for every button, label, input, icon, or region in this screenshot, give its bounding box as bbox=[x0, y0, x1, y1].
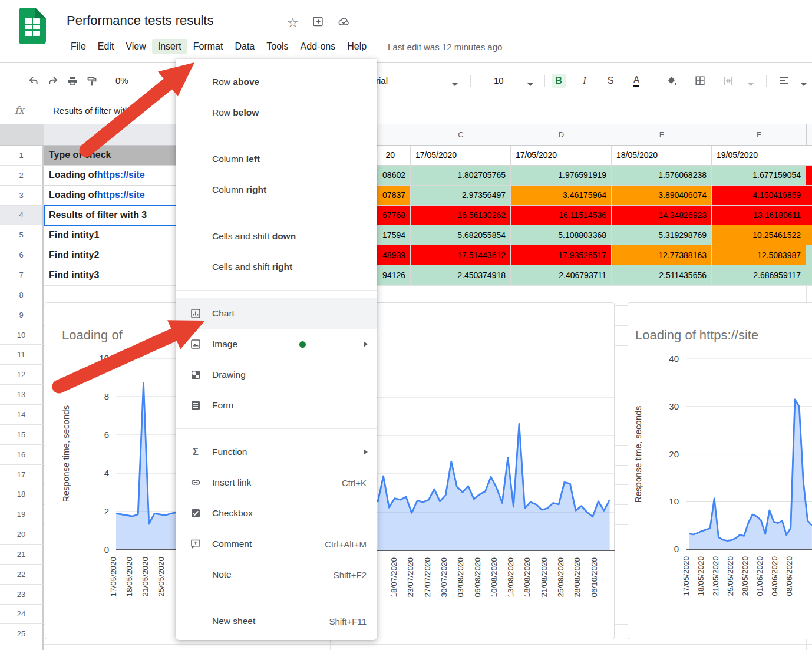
insert-menu-item-comment[interactable]: CommentCtrl+Alt+M bbox=[176, 529, 377, 559]
cell-G4[interactable] bbox=[806, 206, 812, 226]
merge-cells-caret-icon[interactable] bbox=[744, 77, 758, 91]
insert-menu-item-new-sheet[interactable]: New sheetShift+F11 bbox=[176, 606, 377, 636]
row-header-17[interactable]: 17 bbox=[0, 465, 44, 485]
cell-F5[interactable]: 10.25461522 bbox=[712, 225, 806, 245]
cell-D5[interactable]: 5.108803368 bbox=[511, 225, 612, 245]
row-header-24[interactable]: 24 bbox=[0, 605, 44, 625]
row-header-6[interactable]: 6 bbox=[0, 245, 44, 265]
row-header-7[interactable]: 7 bbox=[0, 265, 44, 285]
menubar-item-addons[interactable]: Add-ons bbox=[295, 39, 342, 54]
cell-D1[interactable]: 17/05/2020 bbox=[511, 146, 612, 166]
row-header-13[interactable]: 13 bbox=[0, 385, 44, 405]
font-family-caret-icon[interactable] bbox=[448, 77, 462, 91]
bold-button[interactable]: B bbox=[552, 74, 566, 88]
text-color-button[interactable]: A bbox=[629, 74, 643, 88]
cell-D3[interactable]: 3.46175964 bbox=[511, 186, 612, 206]
undo-button[interactable] bbox=[27, 74, 41, 88]
formula-bar-value[interactable]: Results of filter with 3 bbox=[53, 105, 137, 116]
row-header-20[interactable]: 20 bbox=[0, 524, 44, 545]
cloud-status-icon[interactable] bbox=[337, 15, 351, 30]
row-header-26[interactable] bbox=[0, 644, 44, 650]
column-header-C[interactable]: C bbox=[411, 124, 511, 145]
insert-menu-item-drawing[interactable]: Drawing bbox=[176, 359, 377, 390]
row-header-18[interactable]: 18 bbox=[0, 484, 44, 504]
insert-menu-item-note[interactable]: NoteShift+F2 bbox=[176, 559, 377, 590]
cell-F3[interactable]: 4.150416859 bbox=[712, 186, 806, 206]
column-header-E[interactable]: E bbox=[612, 124, 712, 145]
cell-F1[interactable]: 19/05/2020 bbox=[712, 146, 806, 166]
cell-C4[interactable]: 16.56130262 bbox=[411, 206, 511, 226]
select-all-corner[interactable] bbox=[0, 124, 44, 145]
row-header-19[interactable]: 19 bbox=[0, 504, 44, 524]
chart-3[interactable]: 01020304017/05/202018/05/202021/05/20202… bbox=[628, 302, 812, 639]
cell-D2[interactable]: 1.976591919 bbox=[511, 166, 612, 186]
insert-menu-item-row-below[interactable]: Row below bbox=[176, 97, 377, 128]
row-header-11[interactable]: 11 bbox=[0, 345, 44, 365]
cell-G5[interactable] bbox=[806, 225, 812, 245]
cell-F6[interactable]: 12.5083987 bbox=[712, 245, 806, 265]
cell-F2[interactable]: 1.677159054 bbox=[712, 166, 806, 186]
cell-E1[interactable]: 18/05/2020 bbox=[612, 146, 712, 166]
insert-menu-item-image[interactable]: Image bbox=[176, 329, 377, 359]
row-header-8[interactable]: 8 bbox=[0, 285, 44, 305]
insert-menu-item-cells-shift-right[interactable]: Cells and shift right bbox=[176, 252, 377, 282]
insert-menu-item-form[interactable]: Form bbox=[176, 390, 377, 421]
insert-menu-item-column-left[interactable]: Column left bbox=[176, 144, 377, 174]
zoom-control[interactable]: 0% bbox=[115, 75, 128, 85]
cell-E5[interactable]: 5.319298769 bbox=[612, 225, 712, 245]
insert-menu-item-chart[interactable]: Chart bbox=[176, 298, 377, 329]
merge-cells-button[interactable] bbox=[721, 74, 735, 88]
insert-menu-item-column-right[interactable]: Column right bbox=[176, 174, 377, 205]
font-size-caret-icon[interactable] bbox=[523, 77, 537, 91]
cell-C7[interactable]: 2.450374918 bbox=[411, 265, 511, 285]
cell-C1[interactable]: 17/05/2020 bbox=[411, 146, 511, 166]
row-header-22[interactable]: 22 bbox=[0, 565, 44, 585]
cell-link[interactable]: https://site bbox=[97, 190, 145, 200]
cell-E7[interactable]: 2.511435656 bbox=[612, 265, 712, 285]
strikethrough-button[interactable]: S bbox=[603, 74, 618, 88]
fill-color-button[interactable] bbox=[665, 74, 679, 88]
row-header-1[interactable]: 1 bbox=[0, 146, 44, 166]
borders-button[interactable] bbox=[693, 74, 707, 88]
insert-menu-item-cells-shift-down[interactable]: Cells and shift down bbox=[176, 221, 377, 252]
sheets-logo-icon[interactable] bbox=[19, 8, 46, 44]
row-header-3[interactable]: 3 bbox=[0, 186, 44, 206]
redo-button[interactable] bbox=[46, 74, 60, 88]
menubar-item-edit[interactable]: Edit bbox=[92, 39, 120, 54]
insert-menu-item-function[interactable]: ΣFunction bbox=[176, 437, 377, 467]
print-button[interactable] bbox=[65, 74, 80, 88]
cell-E2[interactable]: 1.576068238 bbox=[612, 166, 712, 186]
italic-button[interactable]: I bbox=[577, 74, 592, 88]
menubar-item-file[interactable]: File bbox=[65, 39, 92, 54]
row-header-4[interactable]: 4 bbox=[0, 206, 44, 226]
row-header-2[interactable]: 2 bbox=[0, 166, 44, 186]
insert-menu-item-insert-link[interactable]: Insert linkCtrl+K bbox=[176, 467, 377, 498]
cell-E3[interactable]: 3.890406074 bbox=[612, 186, 712, 206]
cell-G6[interactable] bbox=[806, 245, 812, 265]
menubar-item-insert[interactable]: Insert bbox=[152, 39, 187, 54]
menubar-item-help[interactable]: Help bbox=[341, 39, 372, 54]
cell-link[interactable]: https://site bbox=[97, 170, 145, 180]
insert-menu-item-checkbox[interactable]: Checkbox bbox=[176, 498, 377, 529]
horizontal-align-button[interactable] bbox=[777, 74, 791, 88]
menubar-item-tools[interactable]: Tools bbox=[260, 39, 294, 54]
column-header-D[interactable]: D bbox=[511, 124, 612, 145]
cell-D4[interactable]: 16.11514536 bbox=[511, 206, 612, 226]
cell-C6[interactable]: 17.51443612 bbox=[411, 245, 511, 265]
row-header-12[interactable]: 12 bbox=[0, 365, 44, 385]
cell-D7[interactable]: 2.406793711 bbox=[511, 265, 612, 285]
cell-E4[interactable]: 14.34826923 bbox=[612, 206, 712, 226]
cell-G2[interactable] bbox=[806, 166, 812, 186]
row-header-21[interactable]: 21 bbox=[0, 545, 44, 565]
column-header-F[interactable]: F bbox=[712, 124, 806, 145]
cell-F4[interactable]: 13.16180611 bbox=[712, 206, 806, 226]
cell-G1[interactable] bbox=[806, 146, 812, 166]
menubar-item-format[interactable]: Format bbox=[187, 39, 229, 54]
cell-D6[interactable]: 17.93526517 bbox=[511, 245, 612, 265]
cell-G7[interactable] bbox=[806, 265, 812, 285]
row-header-25[interactable]: 25 bbox=[0, 624, 44, 644]
row-header-14[interactable]: 14 bbox=[0, 405, 44, 425]
document-title[interactable]: Performance tests results bbox=[67, 13, 213, 28]
row-header-9[interactable]: 9 bbox=[0, 305, 44, 325]
cell-G3[interactable] bbox=[806, 186, 812, 206]
